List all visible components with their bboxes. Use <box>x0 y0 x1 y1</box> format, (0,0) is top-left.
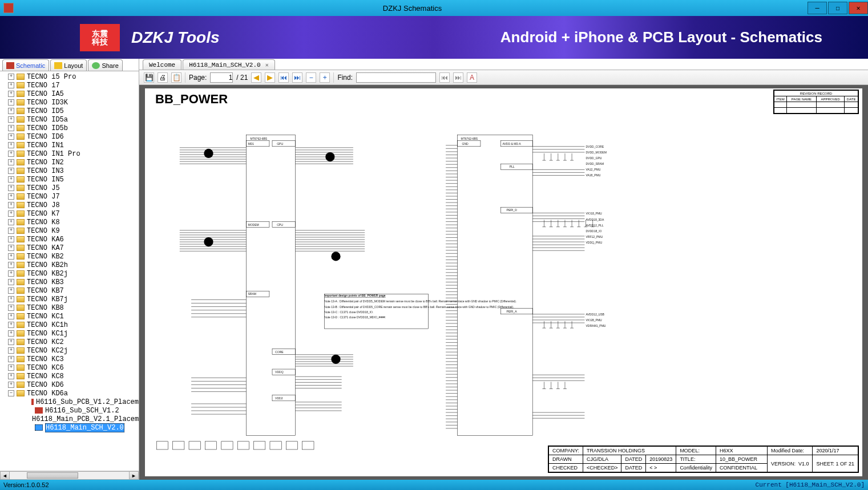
svg-text:PERI_D: PERI_D <box>507 208 518 212</box>
svg-text:Important design points of BB_: Important design points of BB_POWER page <box>324 294 386 297</box>
find-label: Find: <box>337 74 353 82</box>
tree-folder[interactable]: TECNO KB3 <box>0 278 139 286</box>
tree-folder[interactable]: TECNO KB7j <box>0 295 139 303</box>
tree-file[interactable]: H6118_Main_PCB_V2.1_Placem <box>0 415 139 423</box>
svg-text:VDDQ: VDDQ <box>275 370 284 374</box>
tree-folder[interactable]: TECNO i7 <box>0 81 139 90</box>
scroll-track[interactable] <box>10 471 129 480</box>
tree-horizontal-scrollbar[interactable]: ◄ ► <box>0 471 139 480</box>
copy-button[interactable]: 📋 <box>171 72 181 83</box>
tree-folder[interactable]: TECNO J5 <box>0 184 139 192</box>
tree-folder[interactable]: TECNO IN1 Pro <box>0 149 139 158</box>
tree-file[interactable]: H6116_Sub_PCB_V1.2_Placem <box>0 398 139 406</box>
window-title: DZKJ Schematics <box>18 4 806 13</box>
svg-text:AVDD12_PLL: AVDD12_PLL <box>586 224 603 227</box>
tree-folder[interactable]: TECNO ID3K <box>0 98 139 107</box>
page-input[interactable] <box>210 72 233 83</box>
tab-layout[interactable]: Layout <box>50 59 87 71</box>
tree-folder[interactable]: TECNO KB2h <box>0 261 139 269</box>
tree-folder[interactable]: TECNO IN3 <box>0 167 139 175</box>
minimize-button[interactable]: — <box>808 2 827 14</box>
svg-text:Note 13-A : Differential pair : Note 13-A : Differential pair of DVDD5_M… <box>324 299 516 303</box>
tree-folder[interactable]: TECNO ID5a <box>0 115 139 124</box>
tree-folder[interactable]: TECNO ID5 <box>0 107 139 115</box>
tree-file[interactable]: H6118_Main_SCH_V2.0 <box>0 423 139 432</box>
tree-folder[interactable]: TECNO KC2 <box>0 338 139 346</box>
scroll-left-button[interactable]: ◄ <box>0 471 10 480</box>
tree-file[interactable]: H6116_Sub_SCH_V1.2 <box>0 406 139 415</box>
sidebar: Schematic Layout Share TECNO i5 ProTECNO… <box>0 59 139 480</box>
tab-document[interactable]: H6118_Main_SCH_V2.0✕ <box>183 59 274 70</box>
svg-text:DVDD_SRAM: DVDD_SRAM <box>586 162 604 165</box>
svg-rect-289 <box>270 442 281 449</box>
svg-text:VIO18_PMU: VIO18_PMU <box>586 212 602 215</box>
zoom-in-button[interactable]: + <box>320 72 330 83</box>
find-prev-button[interactable]: ⏮ <box>439 72 450 83</box>
tree-folder[interactable]: TECNO J8 <box>0 201 139 209</box>
tree-folder[interactable]: TECNO KC1j <box>0 329 139 338</box>
statusbar: Version:1.0.0.52 Current [H6118_Main_SCH… <box>0 480 868 490</box>
current-doc-label: Current [H6118_Main_SCH_V2.0] <box>756 481 865 488</box>
tree-folder[interactable]: TECNO ID6 <box>0 132 139 141</box>
svg-rect-286 <box>221 442 233 449</box>
svg-rect-283 <box>173 442 184 449</box>
svg-text:DVDD_MODEM: DVDD_MODEM <box>586 151 606 154</box>
next-page-button[interactable]: ▶ <box>265 72 275 83</box>
highlight-button[interactable]: A <box>467 72 477 83</box>
tree-folder[interactable]: TECNO KB2 <box>0 252 139 261</box>
first-page-button[interactable]: ⏮ <box>278 72 289 83</box>
svg-text:VDD2: VDD2 <box>275 396 283 400</box>
svg-rect-0 <box>246 135 295 436</box>
close-tab-icon[interactable]: ✕ <box>265 62 269 68</box>
prev-page-button[interactable]: ◀ <box>251 72 261 83</box>
svg-point-84 <box>204 149 213 158</box>
tree-folder[interactable]: TECNO KA6 <box>0 235 139 244</box>
tree-folder[interactable]: TECNO IN2 <box>0 158 139 167</box>
tree-folder[interactable]: TECNO K8 <box>0 218 139 226</box>
tab-share[interactable]: Share <box>88 59 122 71</box>
last-page-button[interactable]: ⏭ <box>292 72 302 83</box>
svg-text:VA18_PMU: VA18_PMU <box>586 173 600 177</box>
tree-folder[interactable]: TECNO KC6 <box>0 363 139 372</box>
tree-folder[interactable]: TECNO IA5 <box>0 90 139 98</box>
tree-folder[interactable]: TECNO KB2j <box>0 269 139 278</box>
svg-text:Note 13-D : C1371 close DVDD18: Note 13-D : C1371 close DVDD18_MDIO_####… <box>324 315 386 319</box>
tree-folder[interactable]: TECNO K7 <box>0 209 139 218</box>
tree-folder[interactable]: TECNO KC1 <box>0 312 139 321</box>
print-button[interactable]: 🖨 <box>158 72 168 83</box>
tree-folder[interactable]: TECNO KC2j <box>0 346 139 355</box>
svg-text:AVDD12_USB: AVDD12_USB <box>586 313 604 316</box>
svg-text:CPU: CPU <box>277 223 283 226</box>
close-button[interactable]: ✕ <box>849 2 868 14</box>
page-title: BB_POWER <box>155 92 228 107</box>
tree-folder[interactable]: TECNO IN5 <box>0 175 139 184</box>
tree-folder-expanded[interactable]: TECNO KD6a <box>0 389 139 398</box>
pdf-viewer[interactable]: BB_POWER REVISION RECORD ITEMPAGE NAMEAP… <box>139 85 868 480</box>
tree-folder[interactable]: TECNO IN1 <box>0 141 139 149</box>
zoom-out-button[interactable]: − <box>306 72 316 83</box>
tree-folder[interactable]: TECNO KB7 <box>0 286 139 295</box>
save-button[interactable]: 💾 <box>144 72 154 83</box>
scroll-right-button[interactable]: ► <box>129 471 139 480</box>
tree-folder[interactable]: TECNO i5 Pro <box>0 72 139 81</box>
tree-folder[interactable]: TECNO KB8 <box>0 303 139 312</box>
file-tree[interactable]: TECNO i5 ProTECNO i7TECNO IA5TECNO ID3KT… <box>0 71 139 471</box>
tree-folder[interactable]: TECNO J7 <box>0 192 139 201</box>
svg-text:MT6762-6BS: MT6762-6BS <box>461 137 478 140</box>
tree-folder[interactable]: TECNO ID5b <box>0 124 139 132</box>
tree-folder[interactable]: TECNO KC3 <box>0 355 139 363</box>
find-input[interactable] <box>356 72 436 83</box>
find-next-button[interactable]: ⏭ <box>453 72 463 83</box>
tree-folder[interactable]: TECNO KA7 <box>0 244 139 252</box>
scroll-thumb[interactable] <box>27 472 78 479</box>
tree-folder[interactable]: TECNO KC1h <box>0 321 139 329</box>
svg-text:MODEM: MODEM <box>248 223 259 226</box>
version-label: Version:1.0.0.52 <box>3 481 49 488</box>
tree-folder[interactable]: TECNO KD6 <box>0 380 139 389</box>
tree-folder[interactable]: TECNO KC8 <box>0 372 139 380</box>
svg-rect-282 <box>156 442 168 449</box>
maximize-button[interactable]: ☐ <box>828 2 847 14</box>
tab-schematic[interactable]: Schematic <box>2 59 49 71</box>
tree-folder[interactable]: TECNO K9 <box>0 226 139 235</box>
tab-welcome[interactable]: Welcome <box>143 59 181 70</box>
